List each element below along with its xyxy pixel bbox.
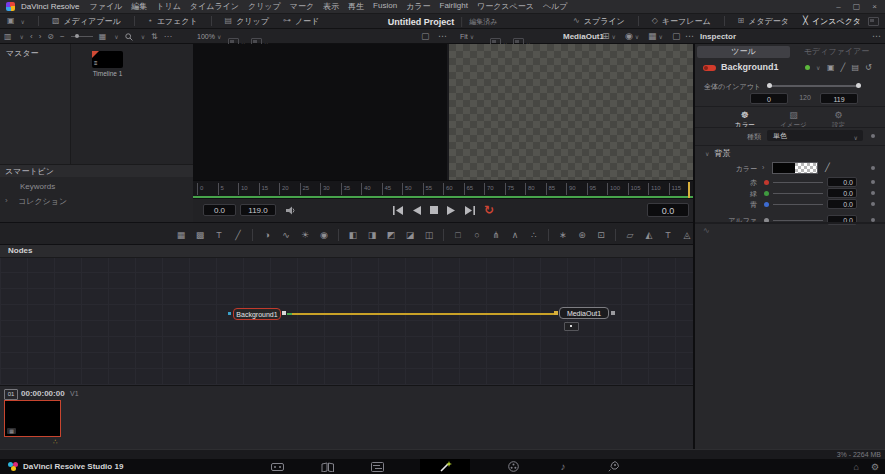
left-viewer-zoom-select[interactable]: 100%∨ (197, 33, 221, 40)
range-end-field[interactable]: 119.0 (240, 204, 276, 216)
textplus-tool-icon[interactable]: T (214, 230, 224, 240)
node-graph[interactable]: Background1 MediaOut1 (0, 258, 693, 385)
grid-view-icon[interactable]: ▦ (99, 33, 107, 41)
cut-page-button[interactable] (320, 459, 334, 474)
toolbar-separator[interactable] (615, 229, 616, 241)
channel-slider[interactable] (773, 220, 823, 221)
menu-item[interactable]: タイムライン (190, 1, 239, 12)
inspector-options-icon[interactable]: ⋯ (872, 32, 881, 41)
channel-slider[interactable] (773, 193, 823, 194)
range-start-field[interactable]: 0.0 (203, 204, 236, 216)
type-select[interactable]: 単色∨ (767, 130, 863, 141)
fastnoise-tool-icon[interactable]: ▩ (195, 230, 205, 240)
mediaout-node-input-port[interactable] (554, 311, 558, 315)
thumb-view-icon[interactable]: ▥ (4, 33, 12, 41)
background-node[interactable]: Background1 (233, 308, 281, 320)
deliver-page-button[interactable] (606, 459, 620, 474)
collections-chevron-icon[interactable]: › (5, 196, 8, 205)
chromakeyer-tool-icon[interactable]: ◩ (386, 230, 396, 240)
left-viewer-expand-icon[interactable]: ▢ (421, 32, 430, 41)
play-button[interactable] (447, 206, 455, 215)
smart-bin-collections[interactable]: コレクション (18, 196, 67, 207)
range-end-marker[interactable] (688, 182, 690, 198)
smart-bins-header[interactable]: スマートビン (0, 164, 193, 177)
colorcorrector-tool-icon[interactable]: ◑ (262, 230, 272, 240)
range-in-field[interactable]: 0 (750, 93, 788, 104)
channel-keyframe-dot[interactable] (871, 191, 875, 195)
channel-value-field[interactable]: 0.0 (827, 177, 857, 187)
node-enable-toggle[interactable] (703, 65, 716, 71)
smart-bin-keywords[interactable]: Keywords (20, 182, 55, 191)
settings-gear-icon[interactable]: ⚙ (871, 462, 879, 472)
menu-item[interactable]: トリム (156, 1, 181, 12)
color-page-button[interactable] (506, 459, 520, 474)
maximize-button[interactable]: ▢ (853, 2, 861, 11)
current-frame-field[interactable]: 0.0 (647, 203, 689, 217)
magicmask-tool-icon[interactable]: ∴ (529, 230, 539, 240)
prender-tool-icon[interactable]: ⊡ (596, 230, 606, 240)
background-tool-icon[interactable]: ▦ (176, 230, 186, 240)
fusion-page-button-active[interactable] (420, 459, 470, 474)
background-section-header[interactable]: ∨背景 (703, 148, 730, 159)
pmerge-tool-icon[interactable]: ⊛ (577, 230, 587, 240)
toolbar-separator[interactable] (548, 229, 549, 241)
active-clip-thumbnail[interactable]: ▦ (4, 400, 61, 437)
rectangle-mask-tool-icon[interactable]: □ (453, 230, 463, 240)
stop-button[interactable] (430, 206, 438, 214)
node-state-chevron-icon[interactable]: ∨ (816, 64, 820, 71)
sort-icon[interactable]: ⇅ (151, 33, 158, 41)
channel-value-field[interactable]: 0.0 (827, 188, 857, 198)
media-pool-button[interactable]: ▧メディアプール (45, 14, 128, 28)
loop-playback-button[interactable]: ↻ (484, 203, 494, 217)
shape3d-tool-icon[interactable]: ◭ (644, 230, 654, 240)
paint-tool-icon[interactable]: ╱ (233, 230, 243, 240)
toolbar-separator[interactable] (443, 229, 444, 241)
polygon-mask-tool-icon[interactable]: ⋔ (491, 230, 501, 240)
deltakeyer-tool-icon[interactable]: ◪ (405, 230, 415, 240)
mediaout-node[interactable]: MediaOut1 (559, 307, 609, 319)
nodes-button[interactable]: ⊶ノード (276, 14, 326, 28)
panel-toggle-button[interactable]: ▣∨ (0, 14, 32, 28)
blur-tool-icon[interactable]: ◉ (319, 230, 329, 240)
clips-button[interactable]: ▤クリップ (218, 14, 276, 28)
versions-icon[interactable]: ▣ (827, 63, 835, 72)
effects-button[interactable]: ⋆エフェクト (141, 14, 205, 28)
audio-mute-icon[interactable] (286, 206, 296, 215)
toolbar-separator[interactable] (338, 229, 339, 241)
range-out-field[interactable]: 119 (820, 93, 858, 104)
forward-icon[interactable]: › (39, 33, 42, 41)
global-in-out-slider[interactable] (768, 85, 860, 87)
mediaout-node-effect-port[interactable] (611, 311, 615, 315)
thumb-size-slider[interactable] (71, 36, 93, 37)
node-connection-wire[interactable] (287, 313, 555, 315)
menu-item[interactable]: Fairlight (440, 1, 468, 12)
colorcurves-tool-icon[interactable]: ∿ (281, 230, 291, 240)
fairlight-page-button[interactable]: ♪ (556, 459, 570, 474)
inspector-button[interactable]: ╳インスペクタ (796, 14, 868, 28)
bspline-mask-tool-icon[interactable]: ∧ (510, 230, 520, 240)
right-viewer-expand-icon[interactable]: ▢ (672, 32, 681, 41)
edit-page-button[interactable] (370, 459, 384, 474)
menu-item[interactable]: Fusion (373, 1, 397, 12)
viewer-source-name[interactable]: MediaOut1 (563, 32, 604, 41)
merge3d-tool-icon[interactable]: ◬ (682, 230, 692, 240)
text3d-tool-icon[interactable]: T (663, 230, 673, 240)
keyframes-button[interactable]: ◇キーフレーム (645, 14, 718, 28)
cache-icon[interactable]: ▤ (851, 63, 859, 72)
home-icon[interactable]: ⌂ (853, 462, 858, 472)
edit-icon[interactable]: ╱ (841, 63, 846, 72)
go-to-end-button[interactable] (464, 206, 475, 215)
type-keyframe-dot[interactable] (871, 134, 875, 138)
link-icon[interactable]: ⊘ (47, 33, 54, 41)
search-icon[interactable] (125, 33, 133, 41)
menu-item[interactable]: 表示 (323, 1, 339, 12)
go-to-start-button[interactable] (393, 206, 404, 215)
menu-item[interactable]: マーク (290, 1, 314, 12)
merge-tool-icon[interactable]: ◧ (348, 230, 358, 240)
planartracker-tool-icon[interactable]: ◫ (424, 230, 434, 240)
tab-tools[interactable]: ツール (697, 46, 790, 58)
layout-box-icon[interactable] (868, 17, 879, 26)
channel-slider[interactable] (773, 182, 823, 183)
minus-icon[interactable]: − (60, 33, 65, 41)
minimize-button[interactable]: – (836, 2, 840, 11)
